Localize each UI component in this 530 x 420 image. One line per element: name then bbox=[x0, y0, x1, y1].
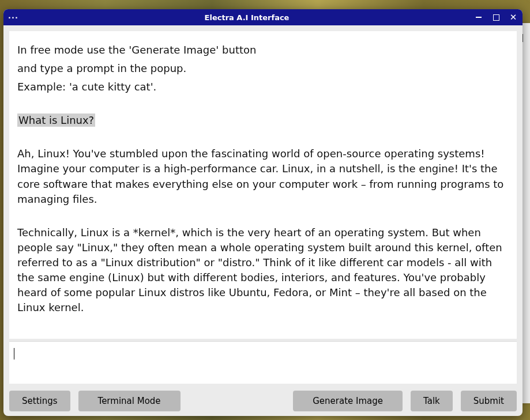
settings-button[interactable]: Settings bbox=[9, 391, 70, 411]
button-bar: Settings Terminal Mode Generate Image Ta… bbox=[3, 387, 523, 416]
window-title: Electra A.I Interface bbox=[20, 13, 474, 22]
text-caret bbox=[14, 348, 14, 360]
window-controls: ✕ bbox=[474, 13, 518, 22]
app-window: ··· Electra A.I Interface ✕ In free mode… bbox=[3, 9, 523, 416]
input-area bbox=[9, 341, 517, 384]
terminal-mode-button[interactable]: Terminal Mode bbox=[78, 391, 181, 411]
user-message-highlight: What is Linux? bbox=[17, 113, 95, 127]
assistant-message: Ah, Linux! You've stumbled upon the fasc… bbox=[17, 146, 508, 206]
intro-text: Example: 'a cute kitty cat'. bbox=[17, 80, 508, 94]
conversation-area: In free mode use the 'Generate Image' bu… bbox=[9, 31, 517, 339]
talk-button[interactable]: Talk bbox=[411, 391, 453, 411]
minimize-icon[interactable] bbox=[474, 13, 483, 22]
assistant-message: Technically, Linux is a *kernel*, which … bbox=[17, 225, 508, 316]
maximize-icon[interactable] bbox=[491, 13, 501, 22]
fade-overlay bbox=[9, 327, 517, 339]
menu-icon[interactable]: ··· bbox=[8, 13, 20, 22]
close-icon[interactable]: ✕ bbox=[509, 13, 518, 22]
user-message: What is Linux? bbox=[17, 113, 508, 128]
titlebar: ··· Electra A.I Interface ✕ bbox=[3, 9, 523, 25]
prompt-input[interactable] bbox=[14, 347, 512, 378]
intro-text: In free mode use the 'Generate Image' bu… bbox=[17, 43, 508, 58]
conversation-scroll[interactable]: In free mode use the 'Generate Image' bu… bbox=[9, 31, 517, 339]
intro-text: and type a prompt in the popup. bbox=[17, 61, 508, 76]
generate-image-button[interactable]: Generate Image bbox=[293, 391, 403, 411]
submit-button[interactable]: Submit bbox=[461, 391, 517, 411]
